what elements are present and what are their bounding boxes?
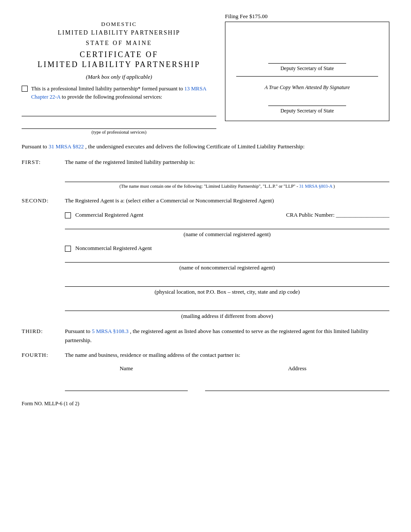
commercial-row: Commercial Registered Agent CRA Public N… (65, 212, 389, 218)
mrsa-1083-link[interactable]: 5 MRSA §108.3 (92, 328, 128, 334)
noncommercial-name-line[interactable] (65, 255, 389, 263)
cra-label: CRA Public Number: ___________________ (286, 212, 389, 218)
deputy-signature-2: Deputy Secretary of State (236, 99, 378, 114)
name-address-headers: Name Address (65, 364, 389, 377)
professional-llp-checkbox[interactable] (22, 86, 28, 92)
title1: CERTIFICATE OF (22, 50, 216, 59)
deputy-signature-1: Deputy Secretary of State (236, 56, 378, 72)
physical-location-label: (physical location, not P.O. Box – stree… (65, 288, 389, 297)
title2: LIMITED LIABILITY PARTNERSHIP (22, 60, 216, 69)
name-header: Name (65, 364, 188, 373)
address-header: Address (205, 364, 389, 373)
attest-text: A True Copy When Attested By Signature (236, 84, 378, 91)
noncommercial-row: Noncommercial Registered Agent (65, 245, 389, 252)
noncommercial-name-label: (name of noncommercial registered agent) (65, 263, 389, 272)
header-line2: LIMITED LIABILITY PARTNERSHIP (22, 29, 216, 36)
professional-llp-checkbox-row: This is a professional limited liability… (22, 85, 216, 101)
commercial-label: Commercial Registered Agent (75, 212, 143, 218)
section-second: SECOND: The Registered Agent is a: (sele… (22, 196, 389, 321)
first-text: The name of the registered limited liabi… (65, 158, 389, 167)
fourth-label: FOURTH: (22, 351, 56, 392)
first-label: FIRST: (22, 158, 56, 190)
physical-location-line[interactable] (65, 279, 389, 287)
address-entry-line[interactable] (205, 384, 389, 391)
mrsa-822-link[interactable]: 31 MRSA §822 (48, 143, 84, 150)
commercial-name-label: (name of commercial registered agent) (65, 230, 389, 239)
filing-fee: Filing Fee $175.00 (225, 13, 389, 20)
section-third: THIRD: Pursuant to 5 MRSA §108.3 , the r… (22, 327, 389, 345)
form-number: Form NO. MLLP-6 (1 of 2) (22, 401, 389, 407)
header-line3: STATE OF MAINE (22, 40, 216, 47)
noncommercial-label: Noncommercial Registered Agent (75, 245, 152, 252)
name-field-line[interactable] (65, 175, 389, 182)
section-first: FIRST: The name of the registered limite… (22, 158, 389, 190)
name-field-label: (The name must contain one of the follow… (65, 183, 389, 190)
mailing-address-label: (mailing address if different from above… (65, 312, 389, 321)
deputy-label-2: Deputy Secretary of State (236, 108, 378, 114)
third-label: THIRD: (22, 327, 56, 345)
name-entry-line[interactable] (65, 384, 188, 391)
noncommercial-checkbox[interactable] (65, 246, 71, 252)
mailing-address-line[interactable] (65, 304, 389, 311)
second-text: The Registered Agent is a: (select eithe… (65, 196, 389, 205)
services-line1 (22, 109, 216, 116)
type-of-services-label: (type of professional services) (22, 130, 216, 135)
commercial-name-line[interactable] (65, 222, 389, 229)
section-fourth: FOURTH: The name and business, residence… (22, 351, 389, 392)
fourth-text: The name and business, residence or mail… (65, 351, 389, 360)
header-line1: DOMESTIC (22, 21, 216, 28)
deputy-label-1: Deputy Secretary of State (236, 65, 378, 72)
mark-box-note: (Mark box only if applicable) (22, 74, 216, 80)
commercial-checkbox[interactable] (65, 212, 71, 218)
mrsa-803a-link[interactable]: 31 MRSA §803-A (299, 184, 332, 189)
services-line2 (22, 122, 216, 129)
checkbox-text: This is a professional limited liability… (31, 85, 216, 101)
second-label: SECOND: (22, 196, 56, 321)
third-text: Pursuant to 5 MRSA §108.3 , the register… (65, 327, 389, 345)
official-box: Deputy Secretary of State A True Copy Wh… (225, 22, 389, 121)
pursuant-paragraph: Pursuant to 31 MRSA §822 , the undersign… (22, 142, 389, 151)
